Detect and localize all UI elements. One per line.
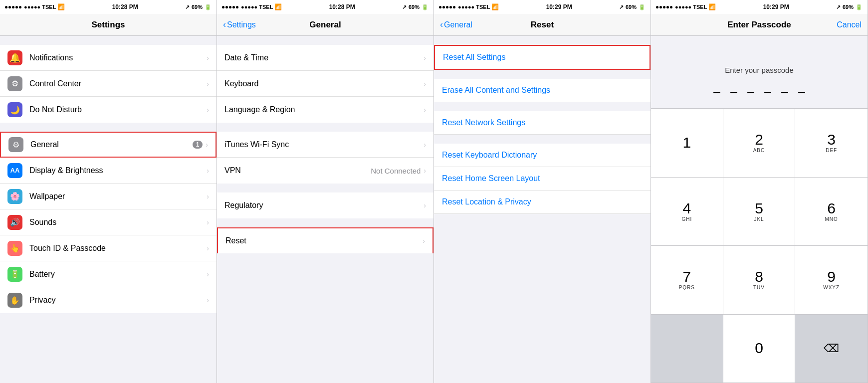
location-icon-1: ↗ xyxy=(185,4,190,10)
item-reset-home[interactable]: Reset Home Screen Layout xyxy=(434,167,651,191)
gap-g2 xyxy=(217,123,434,132)
row-date-time[interactable]: Date & Time › xyxy=(217,45,434,71)
reset-network-label[interactable]: Reset Network Settings xyxy=(442,118,525,127)
language-label: Language & Region xyxy=(224,105,424,114)
key-6[interactable]: 6 MNO xyxy=(795,178,868,246)
key-2[interactable]: 2 ABC xyxy=(723,109,796,178)
reset-section-4: Reset Keyboard Dictionary Reset Home Scr… xyxy=(434,144,651,214)
itunes-label: iTunes Wi-Fi Sync xyxy=(224,140,424,149)
row-itunes[interactable]: iTunes Wi-Fi Sync › xyxy=(217,132,434,158)
panel-settings: ●●●●● TSEL 📶 10:28 PM ↗ 69% 🔋 Settings 🔔… xyxy=(0,0,217,383)
privacy-label: Privacy xyxy=(29,296,207,305)
battery-percent-3: 69% xyxy=(626,4,637,10)
status-bar-4: ●●●●● TSEL 📶 10:29 PM ↗ 69% 🔋 xyxy=(651,0,868,14)
reset-location-label[interactable]: Reset Location & Privacy xyxy=(442,197,531,206)
dot2 xyxy=(8,6,11,8)
item-reset-location[interactable]: Reset Location & Privacy xyxy=(434,191,651,214)
privacy-icon: ✋ xyxy=(7,293,22,308)
key-8[interactable]: 8 TUV xyxy=(723,246,796,315)
reset-home-label[interactable]: Reset Home Screen Layout xyxy=(442,174,540,183)
sounds-icon: 🔊 xyxy=(7,215,22,230)
carrier-2: ●●●●● TSEL xyxy=(241,4,273,10)
sounds-label: Sounds xyxy=(29,218,207,227)
carrier-3: ●●●●● TSEL xyxy=(458,4,490,10)
sounds-chevron: › xyxy=(207,218,209,226)
status-right-1: ↗ 69% 🔋 xyxy=(185,4,212,10)
row-display[interactable]: AA Display & Brightness › xyxy=(0,158,217,184)
key-1[interactable]: 1 xyxy=(651,109,723,178)
date-time-chevron: › xyxy=(424,54,426,62)
row-control-center[interactable]: ⚙ Control Center › xyxy=(0,71,217,97)
general-section-1: Date & Time › Keyboard › Language & Regi… xyxy=(217,45,434,123)
nav-title-general: General xyxy=(309,20,341,30)
general-label: General xyxy=(30,140,193,149)
back-to-general[interactable]: ‹ General xyxy=(440,19,472,30)
row-reset[interactable]: Reset › xyxy=(217,227,434,253)
date-time-label: Date & Time xyxy=(224,53,424,62)
panel-passcode: ●●●●● TSEL 📶 10:29 PM ↗ 69% 🔋 Enter Pass… xyxy=(651,0,868,383)
row-keyboard[interactable]: Keyboard › xyxy=(217,71,434,97)
battery-icon-4: 🔋 xyxy=(856,4,863,10)
dnd-label: Do Not Disturb xyxy=(29,105,207,114)
key-backspace[interactable]: ⌫ xyxy=(795,315,868,383)
row-battery[interactable]: 🔋 Battery › xyxy=(0,261,217,287)
section-gap-top xyxy=(0,36,217,45)
reset-section-1: Reset All Settings xyxy=(434,45,651,70)
control-center-icon: ⚙ xyxy=(7,76,22,91)
general-section-3: Regulatory › xyxy=(217,192,434,218)
general-section-2: iTunes Wi-Fi Sync › VPN Not Connected › xyxy=(217,132,434,184)
itunes-chevron: › xyxy=(424,141,426,149)
wifi-icon-4: 📶 xyxy=(708,3,716,10)
key-0[interactable]: 0 xyxy=(723,315,796,383)
erase-all-label[interactable]: Erase All Content and Settings xyxy=(442,86,550,94)
cancel-button[interactable]: Cancel xyxy=(837,20,862,29)
row-regulatory[interactable]: Regulatory › xyxy=(217,192,434,218)
dnd-icon: 🌙 xyxy=(7,102,22,117)
row-wallpaper[interactable]: 🌸 Wallpaper › xyxy=(0,184,217,209)
nav-bar-passcode: Enter Passcode Cancel xyxy=(651,14,868,36)
row-language[interactable]: Language & Region › xyxy=(217,97,434,123)
general-list: Date & Time › Keyboard › Language & Regi… xyxy=(217,36,434,383)
key-4[interactable]: 4 GHI xyxy=(651,178,723,246)
row-notifications[interactable]: 🔔 Notifications › xyxy=(0,45,217,71)
location-icon-3: ↗ xyxy=(619,4,624,10)
keyboard-label: Keyboard xyxy=(224,79,424,88)
item-erase-all[interactable]: Erase All Content and Settings xyxy=(434,79,651,102)
key-5[interactable]: 5 JKL xyxy=(723,178,796,246)
gap-r3 xyxy=(434,102,651,111)
vpn-label: VPN xyxy=(224,166,371,175)
display-icon: AA xyxy=(7,163,22,178)
key-3[interactable]: 3 DEF xyxy=(795,109,868,178)
item-reset-all[interactable]: Reset All Settings xyxy=(434,45,651,70)
back-to-settings[interactable]: ‹ Settings xyxy=(223,19,256,30)
wallpaper-icon: 🌸 xyxy=(7,189,22,204)
key-8-letters: TUV xyxy=(753,285,765,290)
key-6-num: 6 xyxy=(827,201,836,216)
item-reset-keyboard[interactable]: Reset Keyboard Dictionary xyxy=(434,144,651,167)
battery-icon: 🔋 xyxy=(7,267,22,282)
row-vpn[interactable]: VPN Not Connected › xyxy=(217,158,434,184)
signal-dots-4 xyxy=(656,6,672,8)
gap-g3 xyxy=(217,184,434,192)
dot-4 xyxy=(764,92,771,93)
key-9[interactable]: 9 WXYZ xyxy=(795,246,868,315)
row-dnd[interactable]: 🌙 Do Not Disturb › xyxy=(0,97,217,123)
row-touchid[interactable]: 👆 Touch ID & Passcode › xyxy=(0,235,217,261)
regulatory-label: Regulatory xyxy=(224,201,424,210)
nav-title-settings: Settings xyxy=(91,20,125,30)
row-general[interactable]: ⚙ General 1 › xyxy=(0,132,217,158)
dot1 xyxy=(5,6,7,8)
time-2: 10:28 PM xyxy=(329,3,355,10)
reset-all-label[interactable]: Reset All Settings xyxy=(443,53,505,61)
key-7[interactable]: 7 PQRS xyxy=(651,246,723,315)
item-reset-network[interactable]: Reset Network Settings xyxy=(434,111,651,135)
signal-dots-1 xyxy=(5,6,21,8)
reset-keyboard-label[interactable]: Reset Keyboard Dictionary xyxy=(442,151,537,159)
nav-bar-settings: Settings xyxy=(0,14,217,36)
time-1: 10:28 PM xyxy=(112,3,138,10)
row-privacy[interactable]: ✋ Privacy › xyxy=(0,287,217,313)
row-sounds[interactable]: 🔊 Sounds › xyxy=(0,209,217,235)
back-label-reset: General xyxy=(444,20,472,29)
reset-section-2: Erase All Content and Settings xyxy=(434,79,651,102)
battery-icon-3: 🔋 xyxy=(639,4,646,10)
